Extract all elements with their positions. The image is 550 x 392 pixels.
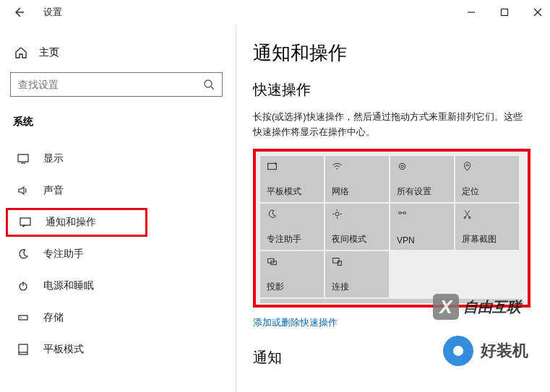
svg-rect-12 (19, 315, 27, 320)
location-icon (462, 161, 514, 173)
svg-point-19 (401, 165, 403, 167)
tile-label: 平板模式 (267, 186, 319, 198)
titlebar: 设置 (0, 0, 550, 25)
quick-actions-desc: 长按(或选择)快速操作，然后通过拖动方式来重新排列它们。这些快速操作将显示在操作… (253, 110, 528, 140)
search-input[interactable] (18, 79, 203, 90)
connect-icon (332, 256, 384, 268)
svg-point-13 (20, 317, 22, 318)
sidebar-item-notifications[interactable]: 通知和操作 (6, 208, 147, 237)
tile-label: 专注助手 (267, 233, 319, 245)
close-button[interactable] (530, 4, 546, 20)
notifications-icon (18, 216, 33, 229)
svg-point-18 (399, 163, 405, 169)
home-row[interactable]: 主页 (14, 46, 228, 59)
tile-label: 夜间模式 (332, 233, 384, 245)
maximize-button[interactable] (497, 4, 512, 20)
moon-icon (16, 248, 30, 261)
sidebar-item-storage[interactable]: 存储 (10, 303, 228, 332)
tile-label: 所有设置 (397, 186, 449, 198)
watermark-circle-icon (443, 336, 473, 366)
tile-focus-assist[interactable]: 专注助手 (260, 204, 324, 250)
svg-rect-7 (18, 154, 28, 162)
sidebar-item-label: 平板模式 (43, 343, 84, 356)
tile-label: 定位 (462, 186, 514, 198)
sidebar-item-label: 声音 (43, 184, 64, 197)
moon-icon (267, 209, 319, 220)
svg-line-6 (211, 87, 214, 90)
home-label: 主页 (39, 46, 59, 59)
window-title: 设置 (43, 6, 62, 19)
tile-label: VPN (397, 235, 449, 245)
sidebar-item-label: 显示 (43, 152, 64, 165)
tile-label: 连接 (332, 281, 384, 293)
sidebar-item-power[interactable]: 电源和睡眠 (10, 271, 228, 300)
watermark-x-icon: X (433, 294, 459, 320)
watermark-2-text: 好装机 (481, 340, 528, 362)
sidebar-item-display[interactable]: 显示 (10, 144, 228, 173)
tile-location[interactable]: 定位 (455, 156, 519, 202)
tile-tablet-mode[interactable]: 平板模式 (260, 156, 324, 202)
sidebar-item-sound[interactable]: 声音 (10, 176, 228, 205)
quick-actions-heading: 快速操作 (253, 80, 538, 100)
sidebar-item-focus-assist[interactable]: 专注助手 (10, 240, 228, 269)
watermark-1-text: 自由互联 (463, 297, 521, 317)
sound-icon (16, 184, 30, 197)
watermark-1: X 自由互联 (433, 294, 521, 320)
svg-point-26 (399, 212, 401, 214)
back-button[interactable] (10, 4, 27, 21)
svg-point-27 (403, 212, 405, 214)
svg-rect-2 (502, 9, 508, 16)
close-icon (533, 8, 542, 17)
tile-project[interactable]: 投影 (260, 251, 324, 297)
display-icon (16, 152, 30, 165)
svg-rect-9 (20, 218, 30, 225)
quick-actions-tiles: 平板模式 网络 所有设置 定位 (253, 149, 530, 308)
tile-label: 网络 (332, 186, 384, 198)
gear-icon (397, 161, 449, 173)
tile-vpn[interactable]: VPN (390, 204, 454, 250)
tablet-icon (16, 343, 30, 356)
sidebar-item-label: 通知和操作 (46, 216, 96, 229)
minimize-button[interactable] (463, 4, 479, 20)
svg-point-20 (466, 164, 468, 166)
project-icon (267, 256, 319, 268)
sidebar-item-label: 存储 (43, 311, 64, 324)
section-label: 系统 (13, 116, 228, 129)
power-icon (16, 279, 30, 292)
tile-label: 投影 (267, 281, 319, 293)
home-icon (14, 46, 27, 59)
search-icon (203, 79, 215, 90)
sidebar-item-label: 专注助手 (43, 248, 84, 261)
search-box[interactable] (10, 72, 223, 97)
sidebar: 主页 系统 显示 声音 通知 (0, 25, 239, 392)
sun-icon (332, 209, 384, 220)
sidebar-item-tablet[interactable]: 平板模式 (10, 335, 228, 364)
tile-label: 屏幕截图 (462, 233, 514, 245)
sidebar-item-label: 电源和睡眠 (43, 279, 94, 292)
minimize-icon (467, 8, 476, 17)
vpn-icon (397, 209, 449, 220)
svg-point-5 (205, 80, 212, 87)
page-title: 通知和操作 (253, 40, 538, 66)
tablet-icon (267, 161, 319, 173)
arrow-left-icon (13, 6, 25, 18)
tile-screen-snip[interactable]: 屏幕截图 (455, 204, 519, 250)
maximize-icon (500, 8, 509, 17)
wifi-icon (332, 161, 384, 173)
tile-night-light[interactable]: 夜间模式 (325, 204, 389, 250)
snip-icon (462, 209, 514, 220)
svg-point-17 (337, 168, 338, 170)
tile-network[interactable]: 网络 (325, 156, 389, 202)
svg-point-21 (335, 212, 339, 216)
nav-list: 显示 声音 通知和操作 专注助手 电源和睡眠 (10, 144, 228, 364)
watermark-2: 好装机 (443, 336, 528, 366)
storage-icon (16, 311, 30, 324)
tile-all-settings[interactable]: 所有设置 (390, 156, 454, 202)
tile-connect[interactable]: 连接 (325, 251, 389, 297)
svg-rect-14 (19, 344, 27, 354)
